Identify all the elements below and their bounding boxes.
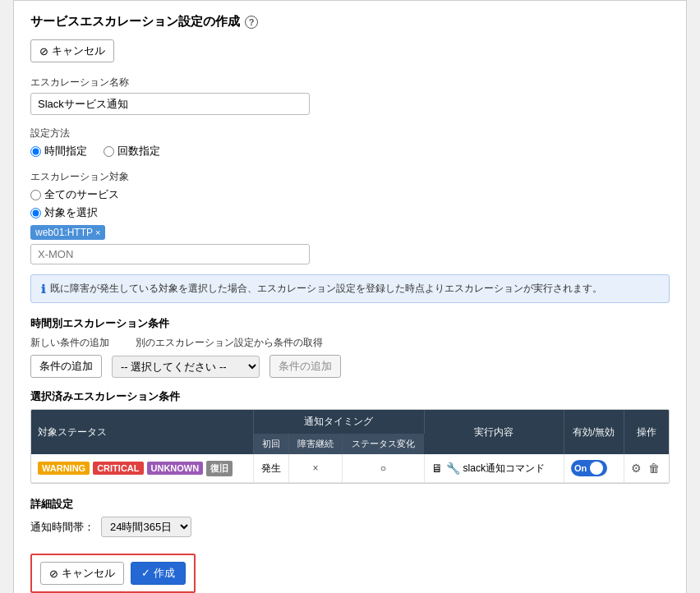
col-action-header: 操作 — [624, 410, 669, 454]
status-unknown-tag: UNKNOWN — [147, 462, 204, 475]
slack-icon: 🔧 — [446, 462, 460, 475]
target-label: エスカレーション対象 — [30, 170, 670, 184]
add-condition-button[interactable]: 条件の追加 — [30, 355, 102, 378]
first-cell: 発生 — [253, 454, 289, 483]
escalation-name-section: エスカレーション名称 — [30, 76, 670, 115]
method-count-radio[interactable]: 回数指定 — [104, 144, 160, 159]
tab-add-new[interactable]: 新しい条件の追加 — [30, 336, 109, 350]
cancel-icon-bottom: ⊘ — [49, 568, 58, 580]
tag-remove-icon[interactable]: × — [95, 228, 100, 237]
notify-time-label: 通知時間帯： — [30, 520, 94, 535]
add-condition-row: 条件の追加 -- 選択してください -- 条件の追加 — [30, 355, 670, 378]
cancel-icon: ⊘ — [39, 45, 48, 57]
toggle-cell[interactable]: On — [564, 454, 624, 483]
col-first-header: 初回 — [253, 434, 289, 454]
selected-section: 選択済みエスカレーション条件 対象ステータス 通知タイミング 実行内容 — [30, 389, 670, 484]
bottom-bar: ⊘ キャンセル ✓ 作成 — [30, 554, 670, 593]
create-button[interactable]: ✓ 作成 — [131, 562, 186, 585]
info-icon: ℹ — [41, 283, 45, 296]
trash-icon[interactable]: 🗑 — [648, 462, 660, 475]
selected-section-title: 選択済みエスカレーション条件 — [30, 389, 670, 404]
target-select-radio[interactable]: 対象を選択 — [30, 205, 670, 220]
escalation-name-label: エスカレーション名称 — [30, 76, 670, 90]
cancel-button-bottom[interactable]: ⊘ キャンセル — [40, 562, 124, 585]
target-all-radio[interactable]: 全てのサービス — [30, 187, 670, 202]
status-warning-tag: WARNING — [38, 462, 90, 475]
col-exec-header: 実行内容 — [424, 410, 564, 454]
tag-input-area: web01:HTTP × — [30, 225, 670, 264]
col-enabled-header: 有効/無効 — [564, 410, 624, 454]
cancel-button-top[interactable]: ⊘ キャンセル — [30, 39, 114, 62]
page-title: サービスエスカレーション設定の作成 — [30, 14, 240, 30]
toggle-on[interactable]: On — [571, 460, 607, 476]
main-window: サービスエスカレーション設定の作成 ? ⊘ キャンセル エスカレーション名称 設… — [13, 0, 687, 593]
method-time-radio[interactable]: 時間指定 — [30, 144, 87, 159]
info-box: ℹ 既に障害が発生している対象を選択した場合、エスカレーション設定を登録した時点… — [30, 274, 670, 303]
select-from-escalation[interactable]: -- 選択してください -- — [112, 356, 260, 378]
target-section: エスカレーション対象 全てのサービス 対象を選択 web01:HTTP × — [30, 170, 670, 264]
status-critical-tag: CRITICAL — [93, 462, 143, 475]
escalation-section-title: 時間別エスカレーション条件 — [30, 316, 670, 331]
status-recovery-tag: 復旧 — [206, 461, 233, 476]
notify-time-row: 通知時間帯： 24時間365日 平日のみ 休日のみ — [30, 517, 670, 537]
tag-web01http: web01:HTTP × — [30, 225, 105, 240]
notify-time-select[interactable]: 24時間365日 平日のみ 休日のみ — [101, 517, 191, 537]
col-status-header: 対象ステータス — [31, 410, 253, 454]
detail-section: 詳細設定 通知時間帯： 24時間365日 平日のみ 休日のみ — [30, 497, 670, 537]
terminal-icon: 🖥 — [431, 462, 443, 475]
table-row: WARNING CRITICAL UNKNOWN 復旧 発生 × — [31, 454, 669, 483]
escalation-name-input[interactable] — [30, 93, 310, 115]
method-section: 設定方法 時間指定 回数指定 — [30, 126, 670, 159]
exec-content-cell: 🖥 🔧 slack通知コマンド — [424, 454, 564, 483]
detail-title: 詳細設定 — [30, 497, 670, 512]
toggle-knob — [590, 462, 603, 475]
help-icon[interactable]: ? — [245, 16, 258, 29]
page-title-row: サービスエスカレーション設定の作成 ? — [30, 14, 670, 30]
gear-icon[interactable]: ⚙ — [631, 462, 642, 475]
escalation-section: 時間別エスカレーション条件 新しい条件の追加 別のエスカレーション設定から条件の… — [30, 316, 670, 378]
status-change-cell: ○ — [343, 454, 425, 483]
tab-get-from[interactable]: 別のエスカレーション設定から条件の取得 — [126, 336, 323, 350]
method-label: 設定方法 — [30, 126, 670, 140]
col-continue-header: 障害継続 — [289, 434, 343, 454]
col-notify-timing-header: 通知タイミング — [253, 410, 424, 434]
col-status-change-header: ステータス変化 — [343, 434, 425, 454]
add-from-select-button[interactable]: 条件の追加 — [269, 355, 341, 378]
tag-search-input[interactable] — [30, 244, 310, 264]
status-tags-cell: WARNING CRITICAL UNKNOWN 復旧 — [31, 454, 253, 483]
escalation-table: 対象ステータス 通知タイミング 実行内容 有効/無効 操作 — [30, 409, 670, 484]
continue-cell: × — [289, 454, 343, 483]
action-cell: ⚙ 🗑 — [624, 454, 669, 483]
